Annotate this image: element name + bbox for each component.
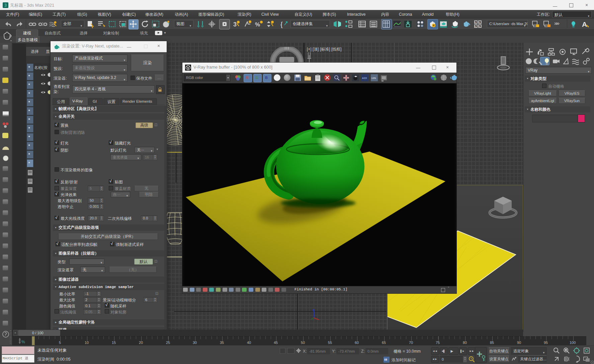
svg-text:{: {: [280, 21, 283, 28]
svg-text:%: %: [255, 21, 260, 28]
svg-text:10%: 10%: [371, 77, 376, 80]
svg-text:z: z: [313, 308, 314, 312]
svg-text:3: 3: [233, 21, 237, 28]
svg-text:A: A: [582, 20, 587, 28]
svg-text:3: 3: [4, 3, 7, 8]
svg-text:K: K: [475, 25, 476, 27]
svg-text:AID: AID: [362, 77, 367, 80]
svg-text:%: %: [21, 340, 25, 344]
svg-text:K: K: [475, 21, 476, 23]
svg-text:K: K: [479, 25, 480, 27]
svg-text:K: K: [479, 21, 480, 23]
